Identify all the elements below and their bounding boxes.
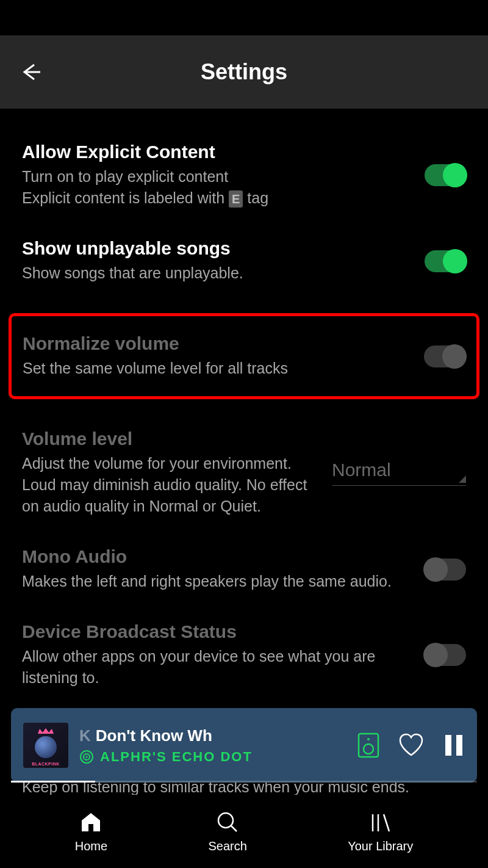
setting-allow-explicit: Allow Explicit Content Turn on to play e… xyxy=(22,127,466,223)
globe-icon xyxy=(35,736,57,758)
toggle-knob xyxy=(443,163,467,187)
svg-rect-7 xyxy=(456,735,462,756)
cast-info: ALPHR'S ECHO DOT xyxy=(79,749,346,765)
normalize-toggle[interactable] xyxy=(424,345,465,367)
setting-desc: Adjust the volume for your environment. … xyxy=(22,453,320,517)
svg-line-9 xyxy=(231,826,237,831)
setting-title: Show unplayable songs xyxy=(22,238,412,259)
setting-text: Device Broadcast Status Allow other apps… xyxy=(22,621,412,689)
setting-text: Show unplayable songs Show songs that ar… xyxy=(22,238,412,284)
setting-desc: Show songs that are unplayable. xyxy=(22,262,412,284)
nav-label: Search xyxy=(208,839,246,853)
toggle-knob xyxy=(442,344,467,369)
cast-device-name: ALPHR'S ECHO DOT xyxy=(100,749,253,765)
explicit-toggle[interactable] xyxy=(425,164,466,186)
album-label: BLACKPINK xyxy=(23,762,68,766)
setting-mono-audio: Mono Audio Makes the left and right spea… xyxy=(22,532,466,607)
desc-prefix: Explicit content is labeled with xyxy=(22,189,229,206)
setting-title: Mono Audio xyxy=(22,546,412,567)
desc-line1: Turn on to play explicit content xyxy=(22,168,228,185)
setting-desc: Set the same volume level for all tracks xyxy=(23,358,412,379)
track-info[interactable]: KDon't Know Wh ALPHR'S ECHO DOT xyxy=(79,726,346,765)
toggle-knob xyxy=(423,557,448,582)
track-title-text: Don't Know Wh xyxy=(96,726,212,745)
svg-rect-6 xyxy=(445,735,451,756)
search-icon xyxy=(215,810,240,834)
bottom-nav: Home Search Your Library xyxy=(0,795,488,868)
now-playing-controls xyxy=(357,732,465,759)
explicit-badge-icon: E xyxy=(229,190,243,208)
toggle-knob xyxy=(443,249,467,273)
nav-search[interactable]: Search xyxy=(208,810,246,853)
setting-desc: Allow other apps on your device to see w… xyxy=(22,646,412,689)
track-title-prefix: K xyxy=(79,726,91,745)
setting-text: Normalize volume Set the same volume lev… xyxy=(23,333,412,379)
setting-title: Volume level xyxy=(22,429,320,449)
dropdown-arrow-icon xyxy=(459,476,466,483)
mono-toggle[interactable] xyxy=(425,559,466,580)
nav-label: Home xyxy=(75,839,107,853)
desc-suffix: tag xyxy=(243,189,268,206)
select-value-text: Normal xyxy=(332,460,391,480)
setting-volume-level: Volume level Adjust the volume for your … xyxy=(22,414,466,532)
back-arrow-icon xyxy=(17,60,41,84)
progress-bar[interactable] xyxy=(11,781,477,783)
page-title: Settings xyxy=(17,59,471,85)
connect-device-icon[interactable] xyxy=(357,732,379,758)
setting-show-unplayable: Show unplayable songs Show songs that ar… xyxy=(22,223,466,298)
back-button[interactable] xyxy=(17,60,41,84)
now-playing-bar[interactable]: BLACKPINK KDon't Know Wh ALPHR'S ECHO DO… xyxy=(11,708,477,783)
nav-label: Your Library xyxy=(348,839,413,853)
pause-icon[interactable] xyxy=(443,732,465,758)
svg-point-5 xyxy=(364,744,373,754)
nav-home[interactable]: Home xyxy=(75,810,107,853)
setting-title: Device Broadcast Status xyxy=(22,621,412,642)
setting-text: Volume level Adjust the volume for your … xyxy=(22,429,320,517)
svg-line-12 xyxy=(384,814,389,831)
library-icon xyxy=(368,810,393,834)
track-title: KDon't Know Wh xyxy=(79,726,346,745)
svg-point-2 xyxy=(86,756,88,758)
volume-level-select[interactable]: Normal xyxy=(332,460,466,486)
broadcast-toggle[interactable] xyxy=(425,644,466,666)
svg-point-8 xyxy=(218,813,233,828)
setting-desc: Turn on to play explicit content Explici… xyxy=(22,166,412,209)
progress-fill xyxy=(11,781,95,783)
toggle-knob xyxy=(423,643,448,667)
setting-title: Allow Explicit Content xyxy=(22,142,412,162)
setting-title: Normalize volume xyxy=(23,333,412,354)
setting-normalize-volume-highlighted: Normalize volume Set the same volume lev… xyxy=(9,313,479,399)
header-bar: Settings xyxy=(0,35,488,109)
setting-text: Mono Audio Makes the left and right spea… xyxy=(22,546,412,592)
setting-desc: Makes the left and right speakers play t… xyxy=(22,571,412,592)
setting-device-broadcast: Device Broadcast Status Allow other apps… xyxy=(22,607,466,703)
heart-icon[interactable] xyxy=(398,732,425,759)
home-icon xyxy=(79,810,103,834)
album-art[interactable]: BLACKPINK xyxy=(23,723,68,768)
nav-library[interactable]: Your Library xyxy=(348,810,413,853)
settings-list: Allow Explicit Content Turn on to play e… xyxy=(0,109,488,703)
crown-icon xyxy=(37,728,55,735)
unplayable-toggle[interactable] xyxy=(425,250,466,272)
cast-icon xyxy=(79,750,94,764)
svg-point-4 xyxy=(367,738,370,740)
setting-text: Allow Explicit Content Turn on to play e… xyxy=(22,142,412,209)
